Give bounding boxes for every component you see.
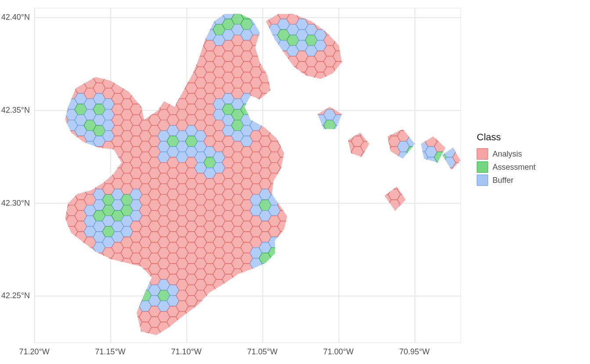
hex-layer bbox=[35, 8, 460, 343]
legend-swatch bbox=[477, 148, 488, 160]
legend-label: Buffer bbox=[493, 176, 514, 185]
plot-panel bbox=[34, 8, 461, 343]
legend-item: Buffer bbox=[477, 175, 536, 186]
legend: Class AnalysisAssessmentBuffer bbox=[477, 132, 536, 188]
legend-title: Class bbox=[477, 132, 536, 143]
x-tick-label: 71.10°W bbox=[171, 347, 201, 357]
y-tick-label: 42.35°N bbox=[1, 105, 30, 114]
legend-label: Analysis bbox=[493, 150, 522, 159]
map-svg bbox=[35, 8, 460, 343]
y-tick-label: 42.30°N bbox=[1, 198, 30, 207]
legend-swatch bbox=[477, 161, 488, 173]
x-tick-label: 71.20°W bbox=[19, 347, 49, 357]
x-tick-label: 70.95°W bbox=[399, 347, 429, 357]
x-tick-label: 71.00°W bbox=[323, 347, 353, 357]
y-tick-label: 42.25°N bbox=[1, 291, 30, 300]
legend-label: Assessment bbox=[493, 163, 536, 172]
legend-swatch bbox=[477, 175, 488, 186]
x-tick-label: 71.05°W bbox=[247, 347, 277, 357]
legend-item: Analysis bbox=[477, 148, 536, 160]
y-tick-label: 42.40°N bbox=[1, 13, 30, 22]
legend-item: Assessment bbox=[477, 161, 536, 173]
x-tick-label: 71.15°W bbox=[95, 347, 126, 357]
legend-items: AnalysisAssessmentBuffer bbox=[477, 148, 536, 186]
